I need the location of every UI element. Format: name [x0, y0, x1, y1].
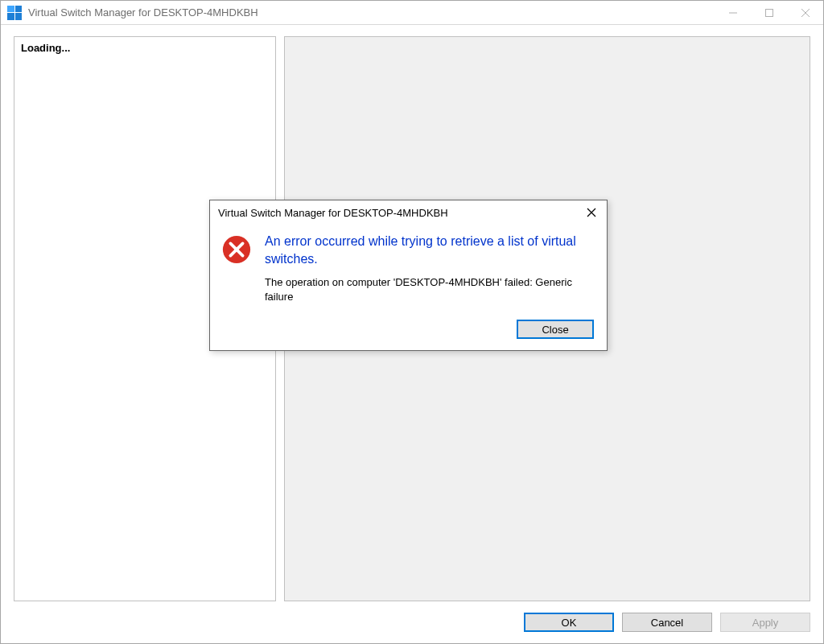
dialog-close-button[interactable]: Close — [517, 320, 594, 339]
ok-button[interactable]: OK — [524, 613, 614, 632]
maximize-button[interactable] — [751, 1, 787, 24]
titlebar: Virtual Switch Manager for DESKTOP-4MHDK… — [1, 1, 823, 25]
close-window-button[interactable] — [787, 1, 823, 24]
apply-button: Apply — [720, 613, 810, 632]
dialog-footer: Close — [210, 310, 607, 350]
minimize-button[interactable] — [715, 1, 751, 24]
dialog-title: Virtual Switch Manager for DESKTOP-4MHDK… — [218, 207, 576, 219]
window-title: Virtual Switch Manager for DESKTOP-4MHDK… — [28, 6, 715, 19]
ok-button-label: OK — [562, 617, 577, 629]
error-dialog: Virtual Switch Manager for DESKTOP-4MHDK… — [209, 200, 608, 351]
cancel-button-label: Cancel — [651, 617, 683, 629]
dialog-close-button-label: Close — [542, 324, 568, 336]
loading-text: Loading... — [21, 42, 269, 54]
error-heading: An error occurred while trying to retrie… — [265, 233, 592, 267]
dialog-close-icon[interactable] — [576, 201, 607, 224]
window-controls — [715, 1, 823, 24]
dialog-text: An error occurred while trying to retrie… — [265, 233, 592, 303]
error-icon — [221, 234, 252, 265]
svg-rect-1 — [765, 9, 772, 16]
app-icon — [7, 6, 22, 20]
error-detail: The operation on computer 'DESKTOP-4MHDK… — [265, 275, 592, 303]
bottom-buttons: OK Cancel Apply — [14, 601, 810, 634]
dialog-titlebar: Virtual Switch Manager for DESKTOP-4MHDK… — [210, 200, 607, 225]
cancel-button[interactable]: Cancel — [622, 613, 712, 632]
dialog-body: An error occurred while trying to retrie… — [210, 225, 607, 310]
apply-button-label: Apply — [752, 617, 779, 629]
